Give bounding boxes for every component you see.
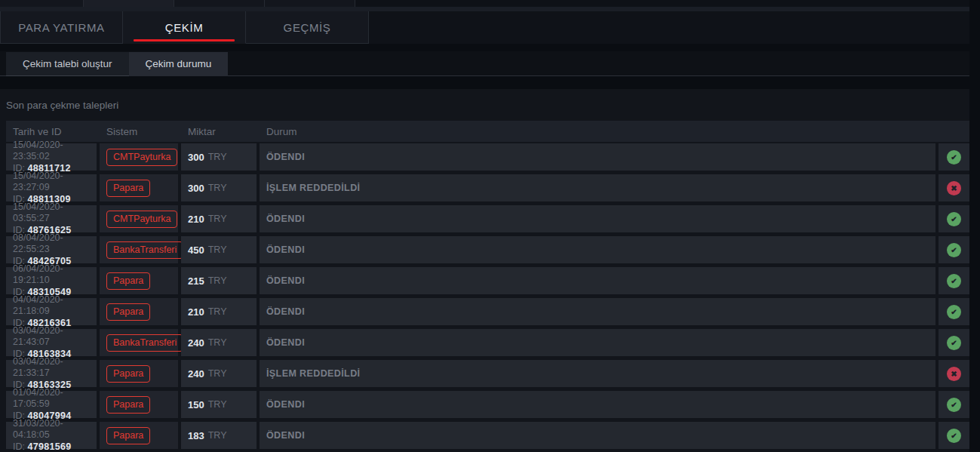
status-text: İŞLEM REDDEDİLDİ <box>266 368 360 379</box>
payment-system-badge: Papara <box>106 180 150 197</box>
amount-cell: 300 TRY <box>181 174 257 201</box>
amount-cell: 150 TRY <box>181 391 257 418</box>
x-circle-icon: ✖ <box>947 367 961 381</box>
status-cell: ÖDENDI <box>260 236 935 263</box>
check-circle-icon: ✔ <box>947 305 961 319</box>
table-row: 06/04/2020-19:21:10 ID: 48310549 Papara … <box>6 267 969 294</box>
status-cell: ÖDENDI <box>260 391 935 418</box>
system-cell: Papara <box>100 360 178 387</box>
amount-cell: 215 TRY <box>181 267 257 294</box>
request-date: 01/04/2020-17:05:59 <box>13 387 97 410</box>
check-circle-icon: ✔ <box>947 243 961 257</box>
sub-tab-bar: Çekim talebi oluştur Çekim durumu <box>0 51 969 76</box>
amount-value: 450 <box>188 244 204 256</box>
column-header-sistem: Sistem <box>100 126 178 137</box>
result-cell: ✔ <box>939 143 969 171</box>
result-cell: ✔ <box>939 329 969 356</box>
status-text: ÖDENDI <box>266 306 305 317</box>
system-cell: Papara <box>100 298 178 325</box>
date-id-cell: 03/04/2020-21:33:17 ID: 48163325 <box>6 360 97 387</box>
system-cell: Papara <box>100 174 178 201</box>
system-cell: BankaTransferi <box>100 236 178 263</box>
payment-system-badge: Papara <box>106 365 150 383</box>
check-circle-icon: ✔ <box>947 212 961 226</box>
withdrawal-requests-section: Son para çekme talepleri Tarih ve ID Sis… <box>0 89 969 452</box>
request-id: 47981569 <box>27 441 71 452</box>
system-cell: Papara <box>100 391 178 418</box>
x-circle-icon: ✖ <box>947 181 961 195</box>
request-date: 03/04/2020-21:43:07 <box>13 325 97 349</box>
status-cell: İŞLEM REDDEDİLDİ <box>260 360 935 387</box>
status-text: ÖDENDI <box>266 399 305 410</box>
payment-system-badge: Papara <box>106 396 150 414</box>
table-header-row: Tarih ve ID Sistem Miktar Durum <box>6 121 969 142</box>
amount-currency: TRY <box>208 214 227 224</box>
date-id-cell: 03/04/2020-21:43:07 ID: 48163834 <box>6 329 97 356</box>
id-prefix: ID: <box>13 441 25 452</box>
request-date: 08/04/2020-22:55:23 <box>13 232 97 256</box>
request-date: 31/03/2020-04:18:05 <box>13 418 97 441</box>
check-circle-icon: ✔ <box>947 274 961 288</box>
system-cell: CMTPayturka <box>100 143 178 171</box>
check-circle-icon: ✔ <box>947 398 961 412</box>
status-cell: ÖDENDI <box>260 205 935 232</box>
withdrawals-table: Tarih ve ID Sistem Miktar Durum 15/04/20… <box>6 121 969 449</box>
amount-currency: TRY <box>208 337 227 348</box>
subtab-label: Çekim durumu <box>146 58 212 69</box>
amount-cell: 240 TRY <box>181 360 257 387</box>
amount-currency: TRY <box>208 244 227 255</box>
table-row: 03/04/2020-21:43:07 ID: 48163834 BankaTr… <box>6 329 969 356</box>
table-row: 03/04/2020-21:33:17 ID: 48163325 Papara … <box>6 360 969 387</box>
status-cell: ÖDENDI <box>260 143 935 171</box>
amount-currency: TRY <box>208 183 227 193</box>
result-cell: ✖ <box>939 360 969 387</box>
status-text: ÖDENDI <box>266 275 305 286</box>
date-id-cell: 08/04/2020-22:55:23 ID: 48426705 <box>6 236 97 263</box>
tab-para-yatirma[interactable]: PARA YATIRMA <box>0 11 123 44</box>
system-cell: CMTPayturka <box>100 205 178 232</box>
amount-value: 300 <box>188 152 204 163</box>
top-nav-tab-active[interactable] <box>84 0 174 7</box>
amount-currency: TRY <box>208 368 227 379</box>
payment-system-badge: BankaTransferi <box>106 241 183 259</box>
payment-system-badge: BankaTransferi <box>106 334 183 352</box>
status-text: ÖDENDI <box>266 430 305 441</box>
subtab-cekim-talebi-olustur[interactable]: Çekim talebi oluştur <box>6 52 129 76</box>
amount-cell: 240 TRY <box>181 329 257 356</box>
payment-system-badge: CMTPayturka <box>106 149 177 166</box>
request-date: 15/04/2020-23:35:02 <box>13 140 97 163</box>
top-nav-strip <box>0 0 969 7</box>
top-nav-tab[interactable] <box>265 0 355 7</box>
system-cell: BankaTransferi <box>100 329 178 356</box>
table-body: 15/04/2020-23:35:02 ID: 48811712 CMTPayt… <box>6 143 969 449</box>
subtab-cekim-durumu[interactable]: Çekim durumu <box>129 52 229 76</box>
top-nav-tab[interactable] <box>174 0 265 7</box>
table-row: 01/04/2020-17:05:59 ID: 48047994 Papara … <box>6 391 969 418</box>
amount-value: 183 <box>188 430 204 441</box>
tab-cekim[interactable]: ÇEKİM <box>123 11 246 44</box>
request-date: 03/04/2020-21:33:17 <box>13 356 97 380</box>
system-cell: Papara <box>100 267 178 294</box>
table-row: 04/04/2020-21:18:09 ID: 48216361 Papara … <box>6 298 969 325</box>
status-cell: İŞLEM REDDEDİLDİ <box>260 174 935 201</box>
main-tab-bar: PARA YATIRMA ÇEKİM GEÇMİŞ <box>0 11 969 44</box>
payment-system-badge: Papara <box>106 427 150 444</box>
date-id-cell: 01/04/2020-17:05:59 ID: 48047994 <box>6 391 97 418</box>
amount-currency: TRY <box>208 430 227 441</box>
status-text: ÖDENDI <box>266 244 305 255</box>
top-nav-tab[interactable] <box>0 0 84 7</box>
status-text: İŞLEM REDDEDİLDİ <box>266 183 360 193</box>
amount-value: 150 <box>188 399 204 410</box>
result-cell: ✔ <box>939 267 969 294</box>
amount-currency: TRY <box>208 152 227 162</box>
tab-gecmis[interactable]: GEÇMİŞ <box>246 11 369 44</box>
table-row: 15/04/2020-03:55:27 ID: 48761625 CMTPayt… <box>6 205 969 232</box>
table-row: 15/04/2020-23:35:02 ID: 48811712 CMTPayt… <box>6 143 969 171</box>
column-header-durum: Durum <box>260 126 935 137</box>
request-date: 15/04/2020-03:55:27 <box>13 201 97 225</box>
result-cell: ✔ <box>939 205 969 232</box>
date-id-cell: 15/04/2020-03:55:27 ID: 48761625 <box>6 205 97 232</box>
amount-cell: 183 TRY <box>181 422 257 449</box>
table-row: 08/04/2020-22:55:23 ID: 48426705 BankaTr… <box>6 236 969 263</box>
amount-value: 300 <box>188 183 204 194</box>
